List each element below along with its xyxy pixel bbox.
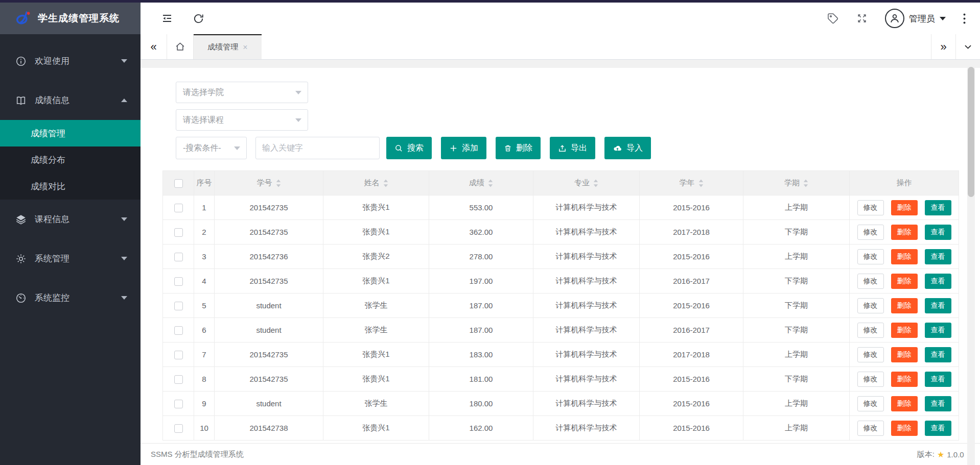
col-major[interactable]: 专业 [533, 171, 640, 195]
tabs-scroll-left-icon[interactable]: « [141, 34, 167, 59]
sidebar-item-grade-compare[interactable]: 成绩对比 [0, 173, 141, 200]
row-checkbox[interactable] [174, 204, 183, 212]
sidebar-item-system-manage[interactable]: 系统管理 [0, 239, 141, 278]
delete-row-button[interactable]: 删除 [891, 249, 918, 264]
scrollbar-thumb[interactable] [968, 67, 974, 197]
sidebar-item-system-monitor[interactable]: 系统监控 [0, 278, 141, 317]
cell-name: 张学生 [323, 293, 429, 318]
select-all-checkbox[interactable] [174, 179, 183, 188]
view-row-button[interactable]: 查看 [925, 372, 951, 387]
cell-term: 上学期 [743, 244, 850, 269]
edit-row-button[interactable]: 修改 [857, 225, 884, 240]
chevron-down-icon [295, 91, 301, 94]
table-row: 6 student 张学生 187.00 计算机科学与技术 2016-2017 … [163, 318, 959, 342]
cell-index: 6 [194, 318, 215, 342]
search-button[interactable]: 搜索 [386, 137, 432, 159]
export-button[interactable]: 导出 [550, 137, 595, 159]
sidebar-item-course-info[interactable]: 课程信息 [0, 200, 141, 239]
delete-row-button[interactable]: 删除 [891, 396, 918, 411]
grade-info-submenu: 成绩管理 成绩分布 成绩对比 [0, 120, 141, 200]
edit-row-button[interactable]: 修改 [857, 396, 884, 411]
edit-row-button[interactable]: 修改 [857, 200, 884, 215]
tab-grade-manage[interactable]: 成绩管理 × [194, 34, 262, 59]
search-icon [394, 144, 403, 153]
tag-icon[interactable] [827, 13, 839, 25]
user-name: 管理员 [909, 13, 935, 25]
delete-button[interactable]: 删除 [496, 137, 541, 159]
row-checkbox[interactable] [174, 351, 183, 359]
edit-row-button[interactable]: 修改 [857, 323, 884, 338]
cell-major: 计算机科学与技术 [533, 244, 640, 269]
cell-index: 9 [194, 391, 215, 416]
view-row-button[interactable]: 查看 [925, 200, 951, 215]
row-checkbox[interactable] [174, 302, 183, 310]
home-tab[interactable] [167, 34, 194, 59]
college-select[interactable]: 请选择学院 [176, 82, 308, 103]
delete-row-button[interactable]: 删除 [891, 200, 918, 215]
row-checkbox[interactable] [174, 400, 183, 408]
edit-row-button[interactable]: 修改 [857, 298, 884, 313]
view-row-button[interactable]: 查看 [925, 249, 951, 264]
view-row-button[interactable]: 查看 [925, 298, 951, 313]
col-term[interactable]: 学期 [743, 171, 850, 195]
col-year[interactable]: 学年 [640, 171, 743, 195]
edit-row-button[interactable]: 修改 [857, 347, 884, 362]
table-row: 10 201542738 张贵兴1 162.00 计算机科学与技术 2015-2… [163, 416, 959, 440]
delete-row-button[interactable]: 删除 [891, 298, 918, 313]
cell-major: 计算机科学与技术 [533, 220, 640, 244]
sidebar-item-grade-info[interactable]: 成绩信息 [0, 81, 141, 120]
refresh-icon[interactable] [193, 13, 204, 25]
search-condition-select[interactable]: -搜索条件- [176, 137, 247, 159]
row-checkbox[interactable] [174, 277, 183, 286]
view-row-button[interactable]: 查看 [925, 225, 951, 240]
row-checkbox[interactable] [174, 253, 183, 261]
tab-bar: « 成绩管理 × » [141, 34, 980, 60]
edit-row-button[interactable]: 修改 [857, 274, 884, 289]
delete-row-button[interactable]: 删除 [891, 274, 918, 289]
cell-term: 下学期 [743, 293, 850, 318]
cell-name: 张贵兴1 [323, 220, 429, 244]
cell-index: 2 [194, 220, 215, 244]
view-row-button[interactable]: 查看 [925, 323, 951, 338]
edit-row-button[interactable]: 修改 [857, 372, 884, 387]
sidebar-item-grade-manage[interactable]: 成绩管理 [0, 120, 141, 146]
sidebar-item-grade-distribution[interactable]: 成绩分布 [0, 146, 141, 173]
chevron-down-icon [121, 217, 127, 221]
collapse-sidebar-icon[interactable] [161, 12, 173, 25]
view-row-button[interactable]: 查看 [925, 421, 951, 436]
cell-score: 183.00 [429, 342, 533, 367]
col-student-id[interactable]: 学号 [215, 171, 323, 195]
import-button[interactable]: 导入 [604, 137, 651, 159]
close-icon[interactable]: × [243, 43, 247, 52]
cell-year: 2015-2016 [640, 244, 743, 269]
view-row-button[interactable]: 查看 [925, 274, 951, 289]
view-row-button[interactable]: 查看 [925, 347, 951, 362]
user-menu[interactable]: 管理员 [885, 9, 946, 28]
delete-row-button[interactable]: 删除 [891, 372, 918, 387]
tabs-scroll-right-icon[interactable]: » [931, 34, 955, 59]
row-checkbox[interactable] [174, 326, 183, 335]
row-checkbox[interactable] [174, 424, 183, 433]
col-name[interactable]: 姓名 [323, 171, 429, 195]
edit-row-button[interactable]: 修改 [857, 249, 884, 264]
keyword-input[interactable] [255, 137, 380, 159]
delete-row-button[interactable]: 删除 [891, 323, 918, 338]
fullscreen-icon[interactable] [856, 13, 868, 24]
edit-row-button[interactable]: 修改 [857, 421, 884, 436]
col-score[interactable]: 成绩 [429, 171, 533, 195]
course-select[interactable]: 请选择课程 [176, 109, 308, 131]
delete-row-button[interactable]: 删除 [891, 225, 918, 240]
add-button[interactable]: 添加 [441, 137, 486, 159]
content-gap [141, 60, 980, 68]
delete-row-button[interactable]: 删除 [891, 421, 918, 436]
tabs-menu-icon[interactable] [955, 34, 980, 59]
chevron-down-icon [121, 59, 127, 63]
cell-student-id: student [215, 391, 323, 416]
sidebar-item-welcome[interactable]: 欢迎使用 [0, 41, 141, 81]
kebab-menu-icon[interactable] [963, 13, 966, 24]
delete-row-button[interactable]: 删除 [891, 347, 918, 362]
view-row-button[interactable]: 查看 [925, 396, 951, 411]
row-checkbox[interactable] [174, 228, 183, 237]
vertical-scrollbar[interactable] [967, 60, 975, 465]
row-checkbox[interactable] [174, 375, 183, 384]
